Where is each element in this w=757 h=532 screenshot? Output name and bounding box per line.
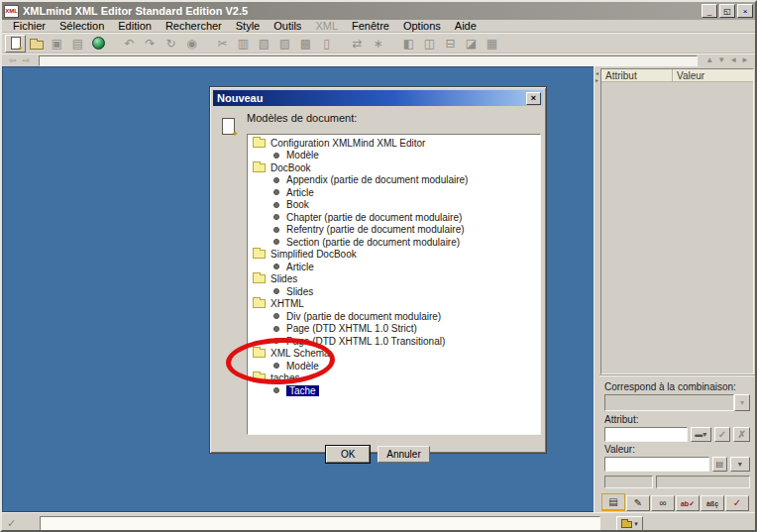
open-url-button[interactable]	[88, 35, 109, 53]
template-item[interactable]: Page (DTD XHTML 1.0 Strict)	[248, 323, 540, 336]
template-item[interactable]: Modèle	[248, 150, 540, 162]
open-document-button[interactable]	[26, 35, 47, 53]
menu-style[interactable]: Style	[229, 20, 267, 33]
tab-spell-check-icon: ab✓	[681, 500, 695, 507]
menu-rechercher[interactable]: Rechercher	[159, 20, 229, 33]
template-folder[interactable]: XHTML	[248, 298, 540, 311]
template-label: Page (DTD XHTML 1.0 Strict)	[286, 323, 417, 334]
template-label: Refentry (partie de document modulaire)	[286, 224, 465, 235]
menu-edition[interactable]: Edition	[111, 20, 159, 33]
undo-button: ↶	[119, 35, 140, 53]
scroll-up-icon: ▲	[705, 56, 713, 64]
template-item[interactable]: Chapter (partie de document modulaire)	[248, 211, 540, 224]
folder-icon	[253, 274, 266, 283]
split-view-left-button: ◧	[398, 35, 419, 53]
chevron-down-icon: ▾	[634, 520, 638, 528]
swap-button: ⇄	[347, 35, 368, 53]
template-item[interactable]: Article	[248, 186, 540, 199]
template-item[interactable]: Book	[248, 199, 540, 212]
menu-outils[interactable]: Outils	[267, 20, 308, 33]
bullet-icon	[273, 326, 279, 332]
tab-attributes[interactable]: ▤	[601, 493, 625, 511]
template-label: XHTML	[270, 298, 304, 309]
column-header-attribut[interactable]: Attribut	[601, 69, 673, 81]
template-label: Slides	[286, 286, 313, 297]
minimize-button[interactable]: _	[702, 4, 717, 18]
chevron-down-icon[interactable]: ▾	[734, 394, 750, 411]
navigate-forward-icon: ⇨	[20, 56, 34, 65]
tab-attributes-icon: ▤	[608, 497, 617, 507]
address-field[interactable]	[39, 55, 698, 66]
new-document-dialog: Nouveau × Modèles de document: Configura…	[209, 86, 547, 454]
menu-aide[interactable]: Aide	[448, 20, 484, 33]
restore-button[interactable]: ◱	[719, 4, 735, 18]
validity-check-icon: ✓	[2, 517, 20, 530]
copy-icon: ▥	[238, 38, 249, 50]
close-button[interactable]: ×	[737, 4, 753, 18]
attributes-table: Attribut Valeur	[600, 68, 754, 374]
cancel-cross-icon: ✗	[733, 427, 750, 442]
delete-button: ▯	[316, 35, 337, 53]
folder-dropdown-button[interactable]: ▾	[616, 516, 643, 532]
new-page-icon	[11, 37, 21, 50]
value-dropdown-button[interactable]: ▾	[730, 457, 750, 472]
combination-value	[604, 394, 734, 411]
column-header-valeur[interactable]: Valeur	[673, 69, 753, 81]
attribute-input[interactable]	[604, 427, 688, 442]
close-view-button: ▦	[482, 35, 502, 53]
new-document-button[interactable]	[5, 35, 26, 53]
value-status-box	[656, 476, 750, 488]
bullet-icon	[273, 177, 279, 183]
tab-special-characters[interactable]: àßç	[701, 495, 724, 511]
menu-options[interactable]: Options	[396, 20, 448, 33]
dialog-close-button[interactable]: ×	[526, 92, 541, 105]
tab-search[interactable]: ∞	[651, 495, 675, 511]
tab-edit[interactable]: ✎	[626, 495, 650, 511]
bullet-icon	[273, 214, 279, 220]
template-item[interactable]: Div (partie de document modulaire)	[248, 310, 540, 323]
template-folder[interactable]: Slides	[248, 273, 540, 286]
paste-button: ▧	[254, 35, 274, 53]
value-list-button[interactable]: ▤	[712, 457, 727, 472]
repeat-icon: ↻	[165, 38, 175, 50]
template-label: Article	[286, 262, 314, 272]
tab-validate[interactable]: ✓	[725, 495, 749, 511]
split-view-horizontal-button: ⊟	[440, 35, 461, 53]
paste-after-button: ▩	[295, 35, 316, 53]
template-item[interactable]: Refentry (partie de document modulaire)	[248, 224, 540, 237]
template-folder[interactable]: DocBook	[248, 161, 540, 174]
ok-button[interactable]: OK	[326, 446, 370, 463]
cancel-button[interactable]: Annuler	[378, 446, 429, 463]
template-item[interactable]: Tache	[248, 384, 540, 397]
template-item[interactable]: Appendix (partie de document modulaire)	[248, 174, 540, 187]
attribute-status-box	[604, 476, 653, 488]
split-view-left-icon: ◧	[403, 38, 414, 50]
repeat-button: ↻	[161, 35, 181, 53]
template-item[interactable]: Section (partie de document modulaire)	[248, 236, 540, 249]
split-view-vertical-button: ◫	[419, 35, 440, 53]
cut-icon: ✂	[217, 38, 227, 50]
menu-fenetre[interactable]: Fenêtre	[345, 20, 396, 33]
template-folder[interactable]: Configuration XMLMind XML Editor	[248, 137, 540, 150]
template-label: DocBook	[270, 162, 311, 173]
tab-spell-check[interactable]: ab✓	[676, 495, 700, 511]
template-item[interactable]: Slides	[248, 285, 540, 298]
redo-button: ↷	[140, 35, 161, 53]
duplicate-view-button: ◪	[461, 35, 482, 53]
menu-selection[interactable]: Sélection	[53, 20, 111, 33]
template-item[interactable]: Article	[248, 261, 540, 273]
value-input[interactable]	[604, 457, 709, 472]
template-folder[interactable]: Simplified DocBook	[248, 249, 540, 262]
template-label: Section (partie de document modulaire)	[286, 237, 460, 248]
status-bar: ✓ ▾	[2, 512, 755, 532]
new-document-icon	[222, 118, 235, 135]
save-all-icon: ▤	[72, 38, 83, 50]
tab-edit-icon: ✎	[634, 498, 642, 508]
nav-arrow-group: ▲▼◄►	[705, 56, 751, 64]
toolbar-separator	[337, 35, 347, 53]
combination-combobox[interactable]: ▾	[604, 394, 750, 411]
menu-xml: XML	[308, 20, 345, 33]
menu-fichier[interactable]: Fichier	[6, 20, 53, 33]
close-view-icon: ▦	[487, 38, 497, 50]
attribute-options-button[interactable]: ▬▾	[691, 427, 711, 442]
